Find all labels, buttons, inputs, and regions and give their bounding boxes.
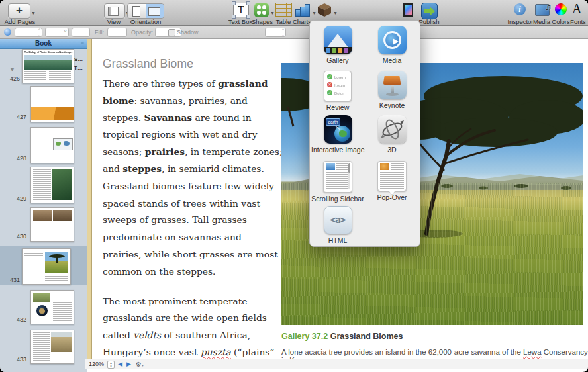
shapes-button[interactable] [254,3,269,17]
text-color-icon[interactable] [4,28,11,36]
x-icon: ✕ [327,82,332,87]
page-number: 431 [1,277,20,283]
3d-icon [378,115,407,144]
orientation-portrait-button[interactable] [128,4,146,18]
previous-page-button[interactable]: ◀ [118,361,122,367]
text-lines [336,163,348,170]
opacity-label: Opacity: [131,29,153,36]
fill-label: Fill: [95,29,104,36]
widget-scrolling-sidebar[interactable]: Scrolling Sidebar [311,161,364,203]
colors-button[interactable] [555,3,567,15]
podium-stem [391,85,394,93]
thumb-text [49,71,71,80]
page-thumbnail-430[interactable] [30,207,74,242]
font-size-stepper[interactable] [15,28,42,37]
body-text[interactable]: There are three types of grassland biome… [103,75,283,359]
thumb-image [33,210,52,221]
filmstrip-icon [324,47,352,54]
fill-color-well[interactable] [107,28,127,37]
sidebar-menu-icon[interactable]: ≡ [81,38,84,48]
thumb-image [36,305,48,316]
gallery-number-label: Gallery 37.2 [281,332,328,341]
mountain-icon [326,34,349,48]
landscape-page-icon [148,7,160,16]
page-thumbnail-427[interactable] [30,86,74,122]
page-number: 433 [8,356,26,363]
widget-html[interactable]: <a> HTML [311,206,364,244]
selection-handle [246,1,250,5]
book-header[interactable]: Book ≡ [0,38,87,49]
page-thumbnail-429[interactable] [30,167,74,203]
caption-title-text: Grassland Biomes [328,332,403,341]
gallery-icon [324,26,352,54]
thumb-text [24,71,46,80]
text-lines [380,172,404,189]
page-thumbnail-432[interactable] [30,290,74,324]
widget-gallery[interactable]: Gallery [311,26,364,64]
book-header-label: Book [35,40,52,47]
text-box-button[interactable]: T [233,3,249,17]
publish-button[interactable] [421,3,438,19]
thumb-text [54,152,72,160]
widget-pop-over[interactable]: Pop-Over [366,161,418,201]
page-thumbnail-431[interactable] [22,248,71,285]
page-thumbnail-433[interactable] [30,330,74,364]
thumb-image [51,332,72,352]
format-stepper[interactable] [265,28,286,37]
next-page-button[interactable]: ▶ [126,361,131,367]
widget-label: HTML [311,236,364,244]
style-dropdown[interactable] [45,28,69,37]
media-widget-icon [378,26,407,54]
widget-media[interactable]: Media [366,26,418,64]
shadow-checkbox[interactable] [168,29,175,36]
orbit-icon [378,115,407,144]
earth-callout-label: earth [326,118,341,126]
media-button[interactable]: ♫ [535,4,550,16]
page-thumbnail-428[interactable] [30,127,74,163]
section-label: T… [74,65,83,71]
page-number: 427 [8,114,26,120]
html-icon: <a> [324,206,352,234]
status-bar: 120% ▴▾ ◀ ▶ ⚙▾ [85,359,588,369]
charts-button[interactable] [295,3,311,17]
fonts-button[interactable]: A [572,1,581,17]
view-button[interactable] [104,3,125,19]
text-lines [391,163,404,170]
widget-3d[interactable]: 3D [366,115,418,154]
widget-interactive-image[interactable]: earth Interactive Image [311,115,364,154]
podium-base [386,93,399,96]
shape-dot-icon [257,5,261,9]
portrait-page-icon [132,6,140,17]
pages-sidebar: Book ≡ ▼ S… T… The Biology of Plants: Bi… [0,38,87,372]
widgets-button[interactable] [317,2,332,18]
review-row-text: Dolor [334,91,344,95]
zoom-stepper[interactable]: ▴▾ [107,361,115,369]
shape-dot-icon [262,11,266,15]
check-icon: ✓ [327,90,332,95]
widget-review[interactable]: ✓Lorem ✕Ipsum ✓Dolor Review [311,71,364,111]
settings-gear-button[interactable]: ⚙▾ [136,361,144,368]
page-thumbnail-426[interactable]: The Biology of Plants: Biomes and Landsc… [22,49,74,83]
format-field[interactable] [72,28,90,37]
add-pages-label: Add Pages [3,18,37,25]
interactive-image-icon: earth [324,115,352,144]
widget-label: Gallery [311,56,364,64]
add-pages-button[interactable]: + [8,3,30,19]
widget-label: Review [311,103,364,111]
thumb-text [51,355,72,361]
table-button[interactable] [275,3,292,17]
inspector-button[interactable]: i [514,3,526,15]
orientation-landscape-button[interactable] [146,4,164,18]
widget-keynote[interactable]: Keynote [366,71,418,109]
widget-label: Keynote [366,101,418,109]
section-label: S… [74,56,83,62]
page-number: 426 [1,75,20,82]
thumb-image [53,138,73,150]
shadow-label: Shadow [177,29,199,36]
disclosure-triangle-icon[interactable]: ▼ [9,66,15,73]
shape-dot-icon [257,11,261,15]
zoom-level[interactable]: 120% [89,361,104,367]
preview-button[interactable] [403,3,413,17]
orientation-label: Orientation [126,18,166,25]
pop-over-icon [377,161,407,191]
